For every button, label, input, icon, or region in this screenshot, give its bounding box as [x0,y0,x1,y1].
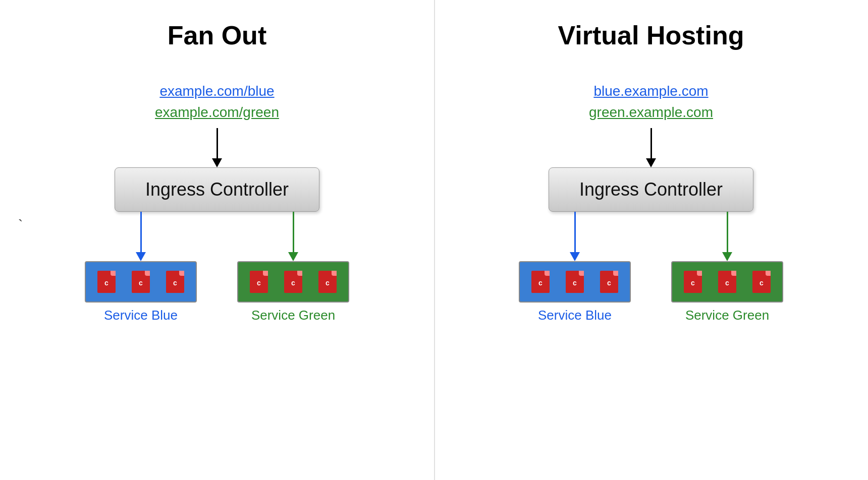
fan-out-pod-green-3: c [312,266,343,297]
virtual-hosting-services-row: c c c Service Blue [519,212,783,323]
fan-out-pod-doc-letter-3: c [173,279,177,287]
fan-out-pod-doc-blue-3: c [166,271,184,293]
virtual-hosting-url-green: green.example.com [589,102,713,123]
fan-out-blue-arrow-line [140,212,142,252]
fan-out-pod-doc-letter-2: c [139,279,143,287]
virtual-hosting-pod-doc-green-3: c [752,271,771,293]
fan-out-blue-service-box: c c c [85,261,197,303]
fan-out-green-service-col: c c c Service Green [237,212,349,323]
virtual-hosting-service-green-label: Service Green [685,308,769,323]
virtual-hosting-green-service-col: c c c Service Green [671,212,783,323]
fan-out-pod-doc-green-1: c [250,271,268,293]
fan-out-blue-service-col: c c c Service Blue [85,212,197,323]
fan-out-urls: example.com/blue example.com/green [155,81,279,123]
tick-mark: ` [18,217,23,233]
virtual-hosting-green-service-box: c c c [671,261,783,303]
virtual-hosting-pod-doc-green-2: c [718,271,736,293]
divider [434,0,435,480]
fan-out-ingress-box: Ingress Controller [115,167,319,212]
virtual-hosting-arrow-head [646,158,656,167]
virtual-hosting-url-blue: blue.example.com [593,81,708,102]
virtual-hosting-arrow-line [650,128,652,158]
fan-out-blue-arrow-head [136,252,146,261]
virtual-hosting-blue-service-col: c c c Service Blue [519,212,631,323]
fan-out-url-blue: example.com/blue [159,81,274,102]
virtual-hosting-pod-doc-blue-3: c [600,271,618,293]
virtual-hosting-pod-blue-2: c [559,266,590,297]
fan-out-green-arrow-line [293,212,294,252]
virtual-hosting-blue-arrow-head [570,252,580,261]
virtual-hosting-pod-green-2: c [712,266,743,297]
fan-out-title: Fan Out [168,20,266,50]
virtual-hosting-urls: blue.example.com green.example.com [589,81,713,123]
fan-out-pod-doc-blue-1: c [97,271,116,293]
virtual-hosting-pod-doc-blue-2: c [566,271,584,293]
page-wrapper: ` Fan Out example.com/blue example.com/g… [0,0,868,480]
virtual-hosting-pod-letter-g2: c [725,279,729,287]
fan-out-service-green-label: Service Green [251,308,335,323]
fan-out-url-green: example.com/green [155,102,279,123]
virtual-hosting-pod-letter-g1: c [691,279,695,287]
virtual-hosting-pod-green-1: c [677,266,709,297]
virtual-hosting-blue-service-box: c c c [519,261,631,303]
virtual-hosting-service-blue-label: Service Blue [538,308,612,323]
fan-out-green-service-box: c c c [237,261,349,303]
fan-out-pod-doc-blue-2: c [132,271,150,293]
fan-out-diagram: Fan Out example.com/blue example.com/gre… [0,0,434,480]
fan-out-pod-doc-letter-g2: c [291,279,295,287]
virtual-hosting-pod-doc-green-1: c [684,271,702,293]
fan-out-service-blue-label: Service Blue [104,308,178,323]
fan-out-pod-doc-letter-g3: c [326,279,330,287]
fan-out-pod-doc-letter-g1: c [257,279,261,287]
virtual-hosting-pod-green-3: c [746,266,777,297]
fan-out-arrow-head [212,158,222,167]
virtual-hosting-pod-blue-1: c [525,266,556,297]
virtual-hosting-pod-doc-blue-1: c [531,271,550,293]
virtual-hosting-arrow-to-ingress [646,128,656,167]
virtual-hosting-diagram: Virtual Hosting blue.example.com green.e… [434,0,868,480]
virtual-hosting-green-arrow-line [727,212,728,252]
fan-out-arrow-to-ingress [212,128,222,167]
virtual-hosting-green-arrow-head [722,252,732,261]
virtual-hosting-pod-letter-g3: c [760,279,764,287]
fan-out-pod-blue-3: c [159,266,191,297]
fan-out-services-row: c c c Service Blue [85,212,349,323]
virtual-hosting-pod-blue-3: c [593,266,625,297]
virtual-hosting-pod-letter-b3: c [607,279,611,287]
virtual-hosting-title: Virtual Hosting [558,20,744,50]
fan-out-pod-doc-green-2: c [284,271,302,293]
virtual-hosting-ingress-box: Ingress Controller [549,167,753,212]
fan-out-pod-green-1: c [243,266,275,297]
fan-out-pod-blue-2: c [125,266,156,297]
virtual-hosting-blue-arrow-line [574,212,576,252]
virtual-hosting-pod-letter-b1: c [538,279,542,287]
fan-out-pod-blue-1: c [91,266,122,297]
fan-out-pod-green-2: c [278,266,309,297]
fan-out-green-arrow-head [288,252,298,261]
virtual-hosting-pod-letter-b2: c [573,279,577,287]
fan-out-pod-doc-green-3: c [318,271,337,293]
fan-out-arrow-line [216,128,218,158]
fan-out-pod-doc-letter-1: c [104,279,108,287]
